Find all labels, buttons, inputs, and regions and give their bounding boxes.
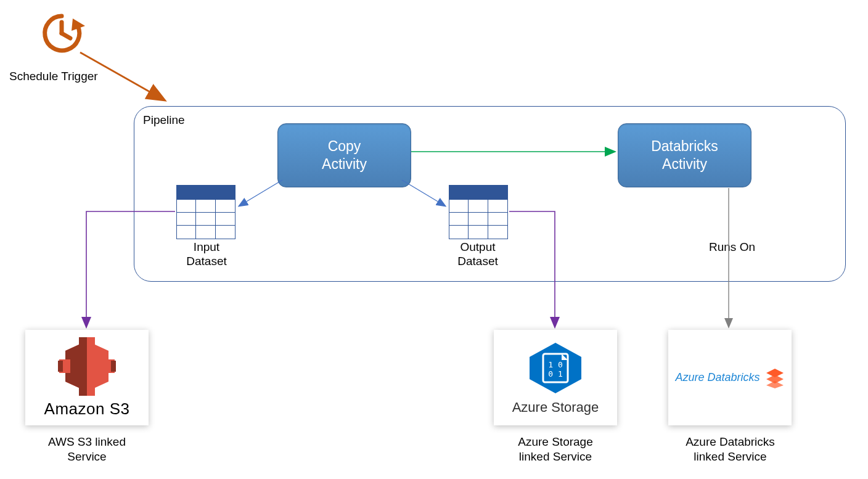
input-dataset-label: InputDataset	[182, 240, 231, 269]
copy-activity: Copy Activity	[277, 123, 411, 187]
aws-s3-caption: AWS S3 linkedService	[33, 435, 141, 464]
databricks-icon	[765, 367, 785, 388]
azure-databricks-text: Azure Databricks	[675, 371, 760, 384]
azure-storage-caption: Azure Storagelinked Service	[500, 435, 611, 464]
schedule-trigger-icon	[37, 9, 86, 58]
azure-storage-service-card: 1 0 0 1 Azure Storage	[494, 330, 617, 425]
runs-on-label: Runs On	[709, 240, 755, 254]
pipeline-label: Pipeline	[143, 113, 185, 127]
databricks-activity-line1: Databricks	[651, 138, 718, 154]
input-dataset-icon	[176, 185, 235, 238]
copy-activity-line1: Copy	[328, 138, 361, 154]
output-dataset-label: OutputDataset	[447, 240, 509, 269]
databricks-activity-line2: Activity	[662, 156, 707, 172]
azure-storage-icon: 1 0 0 1	[525, 340, 586, 396]
azure-storage-text: Azure Storage	[512, 399, 599, 416]
azure-databricks-service-card: Azure Databricks	[668, 330, 792, 425]
copy-activity-line2: Activity	[322, 156, 367, 172]
aws-s3-service-card: Amazon S3	[25, 330, 149, 425]
svg-line-2	[62, 33, 70, 38]
databricks-activity: Databricks Activity	[618, 123, 751, 187]
diagram-canvas: Schedule Trigger Pipeline Copy Activity …	[0, 0, 868, 479]
svg-rect-13	[111, 361, 116, 372]
svg-rect-16	[79, 337, 87, 346]
svg-rect-17	[79, 387, 87, 396]
svg-text:1 0: 1 0	[548, 360, 562, 369]
amazon-s3-icon	[53, 337, 121, 396]
output-dataset-icon	[449, 185, 508, 238]
schedule-trigger-label: Schedule Trigger	[9, 70, 98, 83]
svg-text:0 1: 0 1	[548, 369, 562, 379]
azure-databricks-caption: Azure Databrickslinked Service	[670, 435, 790, 464]
svg-rect-12	[58, 361, 63, 372]
amazon-s3-text: Amazon S3	[44, 399, 130, 419]
svg-marker-24	[766, 381, 784, 388]
svg-marker-0	[72, 18, 85, 31]
